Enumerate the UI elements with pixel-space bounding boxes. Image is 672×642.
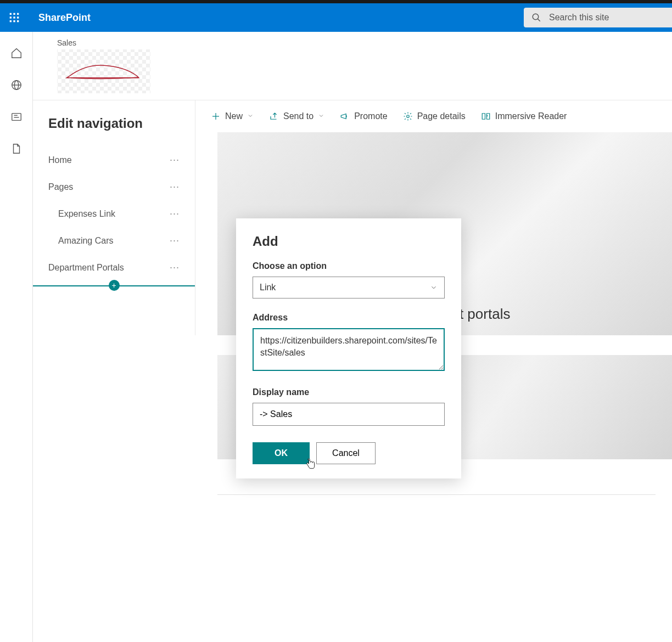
add-link-dialog: Add Choose an option Link Address Displa… bbox=[236, 218, 461, 478]
share-icon bbox=[269, 111, 279, 121]
site-logo[interactable] bbox=[57, 49, 150, 93]
command-bar: New Send to Promote Page details bbox=[195, 100, 672, 132]
plus-icon bbox=[211, 111, 221, 121]
file-icon bbox=[10, 143, 23, 155]
app-rail bbox=[0, 32, 33, 642]
more-icon[interactable]: ··· bbox=[170, 235, 180, 246]
app-launcher-button[interactable] bbox=[0, 3, 29, 32]
rail-news-button[interactable] bbox=[10, 111, 23, 123]
svg-rect-4 bbox=[13, 16, 15, 18]
nav-item-amazing-cars[interactable]: Amazing Cars ··· bbox=[48, 227, 180, 254]
suite-bar: SharePoint Search this site bbox=[0, 3, 672, 32]
svg-rect-6 bbox=[10, 20, 12, 22]
dialog-title: Add bbox=[253, 234, 445, 249]
send-to-button[interactable]: Send to bbox=[269, 111, 324, 121]
home-icon bbox=[10, 47, 23, 59]
cmd-label: Page details bbox=[417, 111, 466, 121]
megaphone-icon bbox=[340, 111, 350, 121]
search-placeholder: Search this site bbox=[549, 13, 609, 22]
rail-files-button[interactable] bbox=[10, 143, 23, 155]
more-icon[interactable]: ··· bbox=[170, 262, 180, 273]
chevron-down-icon bbox=[430, 284, 438, 291]
display-name-input[interactable] bbox=[253, 403, 445, 426]
option-value: Link bbox=[260, 283, 276, 292]
nav-item-expenses-link[interactable]: Expenses Link ··· bbox=[48, 200, 180, 227]
more-icon[interactable]: ··· bbox=[170, 181, 180, 193]
nav-item-department-portals[interactable]: Department Portals ··· bbox=[48, 254, 180, 281]
address-label: Address bbox=[253, 313, 445, 323]
cmd-label: New bbox=[225, 111, 243, 121]
page-details-button[interactable]: Page details bbox=[403, 111, 466, 121]
cmd-label: Promote bbox=[354, 111, 387, 121]
site-header: Sales bbox=[33, 32, 672, 100]
immersive-reader-button[interactable]: Immersive Reader bbox=[481, 111, 567, 121]
search-icon bbox=[531, 13, 541, 22]
nav-item-label: Home bbox=[48, 155, 72, 165]
display-name-label: Display name bbox=[253, 387, 445, 397]
svg-rect-8 bbox=[17, 20, 19, 22]
nav-item-label: Pages bbox=[48, 182, 73, 192]
promote-button[interactable]: Promote bbox=[340, 111, 387, 121]
chevron-down-icon bbox=[247, 112, 254, 119]
nav-item-label: Department Portals bbox=[48, 263, 124, 273]
cancel-button[interactable]: Cancel bbox=[316, 442, 376, 464]
rail-home-button[interactable] bbox=[10, 47, 23, 59]
site-title: Sales bbox=[57, 38, 672, 47]
edit-navigation-title: Edit navigation bbox=[48, 116, 180, 131]
svg-point-9 bbox=[533, 14, 539, 20]
svg-rect-14 bbox=[12, 114, 21, 121]
svg-rect-3 bbox=[10, 16, 12, 18]
svg-rect-7 bbox=[13, 20, 15, 22]
divider bbox=[217, 494, 656, 495]
more-icon[interactable]: ··· bbox=[170, 208, 180, 219]
nav-item-label: Amazing Cars bbox=[58, 236, 113, 246]
nav-item-pages[interactable]: Pages ··· bbox=[48, 173, 180, 200]
svg-rect-0 bbox=[10, 13, 12, 15]
option-label: Choose an option bbox=[253, 261, 445, 271]
address-input[interactable] bbox=[253, 328, 445, 371]
car-logo-icon bbox=[63, 59, 145, 84]
nav-item-home[interactable]: Home ··· bbox=[48, 147, 180, 173]
edit-navigation-panel: Edit navigation Home ··· Pages ··· Expen… bbox=[33, 100, 195, 335]
waffle-icon bbox=[9, 12, 20, 23]
nav-insert-indicator[interactable]: + bbox=[33, 285, 195, 286]
gear-icon bbox=[403, 111, 413, 121]
nav-item-label: Expenses Link bbox=[58, 209, 115, 219]
cmd-label: Immersive Reader bbox=[495, 111, 567, 121]
plus-icon: + bbox=[109, 280, 120, 291]
globe-icon bbox=[10, 79, 23, 91]
more-icon[interactable]: ··· bbox=[170, 154, 180, 166]
app-name: SharePoint bbox=[38, 12, 91, 24]
svg-line-10 bbox=[537, 19, 540, 21]
cmd-label: Send to bbox=[283, 111, 313, 121]
reader-icon bbox=[481, 111, 491, 121]
rail-global-button[interactable] bbox=[10, 79, 23, 91]
svg-rect-5 bbox=[17, 16, 19, 18]
cursor-icon bbox=[304, 458, 316, 473]
svg-rect-1 bbox=[13, 13, 15, 15]
news-icon bbox=[10, 111, 23, 123]
search-box[interactable]: Search this site bbox=[524, 8, 672, 27]
svg-rect-2 bbox=[17, 13, 19, 15]
new-button[interactable]: New bbox=[211, 111, 254, 121]
option-select[interactable]: Link bbox=[253, 277, 445, 299]
svg-point-20 bbox=[406, 115, 409, 118]
ok-button[interactable]: OK bbox=[253, 442, 310, 464]
chevron-down-icon bbox=[318, 112, 324, 119]
